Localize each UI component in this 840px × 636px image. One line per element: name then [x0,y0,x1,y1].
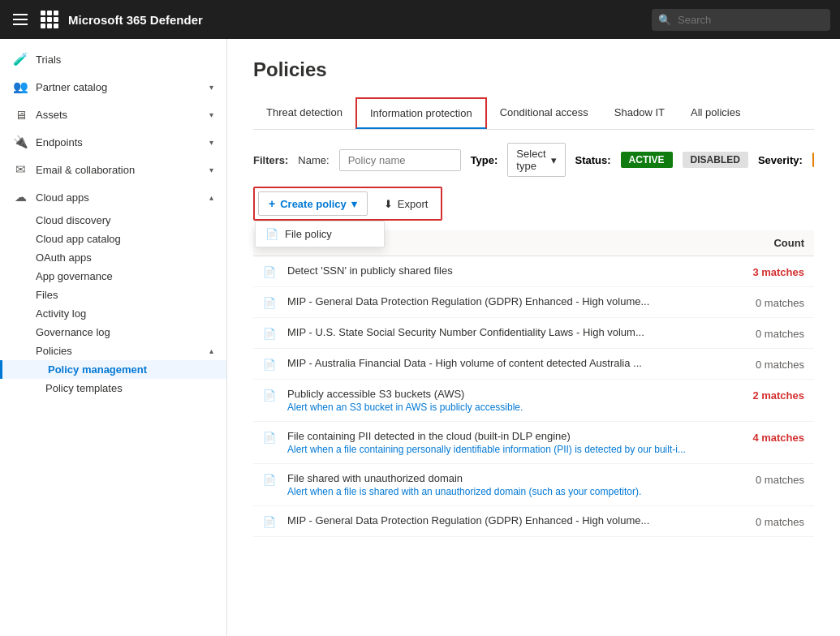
table-row[interactable]: 📄 MIP - Australia Financial Data - High … [253,349,814,380]
table-row[interactable]: 📄 File shared with unauthorized domain A… [253,464,814,506]
chevron-down-icon: ▾ [551,154,557,166]
partner-catalog-icon: 👥 [13,80,28,94]
sidebar-label-email: Email & collaboration [36,164,201,176]
status-disabled-button[interactable]: DISABLED [683,152,748,168]
row-name-sub: Alert when a file containing personally … [287,444,723,455]
file-icon: 📄 [263,357,287,371]
create-policy-label: Create policy [280,198,347,210]
sidebar-label-endpoints: Endpoints [36,136,201,148]
sidebar-item-policy-templates[interactable]: Policy templates [0,379,226,398]
row-name-main: File containing PII detected in the clou… [287,430,723,442]
sidebar-item-policy-management[interactable]: Policy management [0,360,226,379]
row-name: Detect 'SSN' in publicly shared files [287,264,723,277]
row-name-sub: Alert when an S3 bucket in AWS is public… [287,402,723,413]
sidebar-item-email-collaboration[interactable]: ✉ Email & collaboration ▾ [0,156,226,183]
email-icon: ✉ [13,162,28,177]
sidebar-item-partner-catalog[interactable]: 👥 Partner catalog ▾ [0,73,226,101]
sidebar-item-activity-log[interactable]: Activity log [0,304,226,323]
header-count-col: Count [723,237,804,249]
export-label: Export [398,198,429,210]
sidebar-label-trials: Trials [36,54,213,66]
search-icon: 🔍 [658,14,671,26]
table-row[interactable]: 📄 MIP - General Data Protection Regulati… [253,506,814,537]
chevron-down-icon: ▾ [209,138,213,147]
file-policy-item[interactable]: 📄 File policy [256,221,384,247]
row-name-main: MIP - General Data Protection Regulation… [287,295,723,307]
hamburger-menu[interactable] [10,11,31,28]
search-input[interactable] [652,9,830,31]
assets-icon: 🖥 [13,107,28,122]
create-policy-dropdown: 📄 File policy [255,221,385,247]
row-name: MIP - U.S. State Social Security Number … [287,326,723,338]
sidebar-item-cloud-discovery[interactable]: Cloud discovery [0,211,226,230]
chevron-down-icon: ▾ [209,110,213,119]
toolbar: + Create policy ▾ ⬇ Export 📄 File policy [253,187,442,221]
table-row[interactable]: 📄 Publicly accessible S3 buckets (AWS) A… [253,380,814,422]
sidebar-item-cloud-app-catalog[interactable]: Cloud app catalog [0,230,226,248]
file-icon: 📄 [263,388,287,402]
page-title: Policies [253,58,814,81]
chevron-up-icon: ▴ [209,193,213,202]
tabs-bar: Threat detection Information protection … [253,97,814,130]
body: 🧪 Trials 👥 Partner catalog ▾ 🖥 Assets ▾ … [0,39,840,636]
row-count: 2 matches [723,388,804,402]
row-name: File shared with unauthorized domain Ale… [287,472,723,497]
sidebar-label-cloud-apps: Cloud apps [36,191,201,204]
app-grid-icon[interactable] [41,11,58,28]
sidebar-item-app-governance[interactable]: App governance [0,267,226,286]
row-count: 0 matches [723,357,804,371]
row-name: Publicly accessible S3 buckets (AWS) Ale… [287,388,723,413]
tab-conditional-access[interactable]: Conditional access [487,98,601,128]
tab-information-protection[interactable]: Information protection [355,97,487,129]
sidebar-item-policies[interactable]: Policies ▴ [0,342,226,360]
row-name-main: MIP - General Data Protection Regulation… [287,514,723,526]
row-name: MIP - Australia Financial Data - High vo… [287,357,723,369]
plus-icon: + [269,197,275,210]
row-count: 0 matches [723,514,804,528]
type-select[interactable]: Select type ▾ [507,143,565,177]
sidebar-item-cloud-apps[interactable]: ☁ Cloud apps ▴ [0,183,226,211]
create-policy-button[interactable]: + Create policy ▾ [258,191,368,216]
sidebar-item-endpoints[interactable]: 🔌 Endpoints ▾ [0,128,226,156]
file-icon: 📄 [263,472,287,486]
sidebar-item-trials[interactable]: 🧪 Trials [0,45,226,73]
severity-label: Severity: [758,154,803,166]
tab-shadow-it[interactable]: Shadow IT [601,98,678,128]
row-count: 0 matches [723,295,804,309]
chevron-up-icon: ▴ [209,346,213,355]
tab-threat-detection[interactable]: Threat detection [253,98,355,128]
severity-indicator[interactable] [812,153,814,167]
row-name-main: Publicly accessible S3 buckets (AWS) [287,388,723,400]
table-row[interactable]: 📄 Detect 'SSN' in publicly shared files … [253,256,814,287]
row-name-main: Detect 'SSN' in publicly shared files [287,264,723,277]
status-active-button[interactable]: ACTIVE [621,152,673,168]
search-wrapper: 🔍 [652,9,830,31]
app-title: Microsoft 365 Defender [68,13,642,27]
tab-all-policies[interactable]: All policies [678,98,753,128]
export-button[interactable]: ⬇ Export [374,193,438,215]
file-icon: 📄 [263,264,287,278]
cloud-icon: ☁ [13,190,28,204]
file-icon: 📄 [263,430,287,444]
main-content: Policies Threat detection Information pr… [227,39,840,636]
sidebar-item-governance-log[interactable]: Governance log [0,323,226,342]
trials-icon: 🧪 [13,52,28,67]
sidebar-item-assets[interactable]: 🖥 Assets ▾ [0,101,226,128]
chevron-down-icon: ▾ [209,165,213,174]
table-row[interactable]: 📄 MIP - General Data Protection Regulati… [253,287,814,318]
file-icon: 📄 [263,326,287,340]
filters-label: Filters: [253,154,288,166]
sidebar-item-files[interactable]: Files [0,286,226,304]
sidebar-item-oauth-apps[interactable]: OAuth apps [0,248,226,267]
row-name-main: MIP - Australia Financial Data - High vo… [287,357,723,369]
table-row[interactable]: 📄 MIP - U.S. State Social Security Numbe… [253,318,814,349]
file-icon: 📄 [265,228,278,240]
row-count: 0 matches [723,326,804,340]
table-row[interactable]: 📄 File containing PII detected in the cl… [253,422,814,464]
download-icon: ⬇ [384,198,393,210]
policies-label: Policies [36,345,72,357]
policy-name-input[interactable] [339,149,461,171]
top-header: Microsoft 365 Defender 🔍 [0,0,840,39]
status-label: Status: [575,154,611,166]
type-label: Type: [471,154,498,166]
